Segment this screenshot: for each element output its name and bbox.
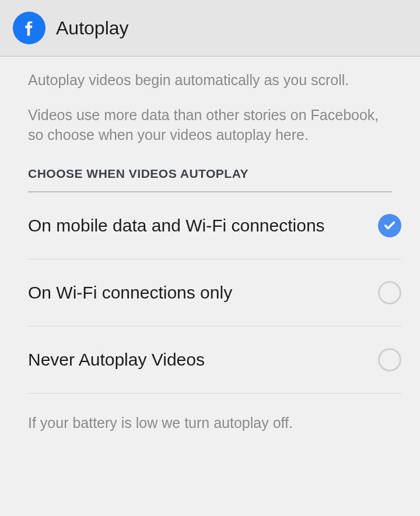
radio-unselected-icon [378,348,401,371]
option-never-autoplay[interactable]: Never Autoplay Videos [28,327,401,394]
radio-unselected-icon [378,281,401,304]
option-label: On mobile data and Wi-Fi connections [28,213,378,238]
option-label: Never Autoplay Videos [28,347,378,372]
autoplay-options-list: On mobile data and Wi-Fi connections On … [0,192,420,394]
option-mobile-and-wifi[interactable]: On mobile data and Wi-Fi connections [28,192,401,259]
footer-note: If your battery is low we turn autoplay … [0,394,420,431]
content-area: Autoplay videos begin automatically as y… [0,57,420,192]
facebook-logo-icon [13,12,46,44]
description-primary: Autoplay videos begin automatically as y… [28,71,392,90]
checkmark-icon [378,214,401,237]
option-label: On Wi-Fi connections only [28,280,378,305]
app-header: Autoplay [0,0,420,57]
option-wifi-only[interactable]: On Wi-Fi connections only [28,259,401,327]
page-title: Autoplay [56,17,129,39]
description-secondary: Videos use more data than other stories … [28,106,392,145]
section-heading: CHOOSE WHEN VIDEOS AUTOPLAY [28,167,392,192]
